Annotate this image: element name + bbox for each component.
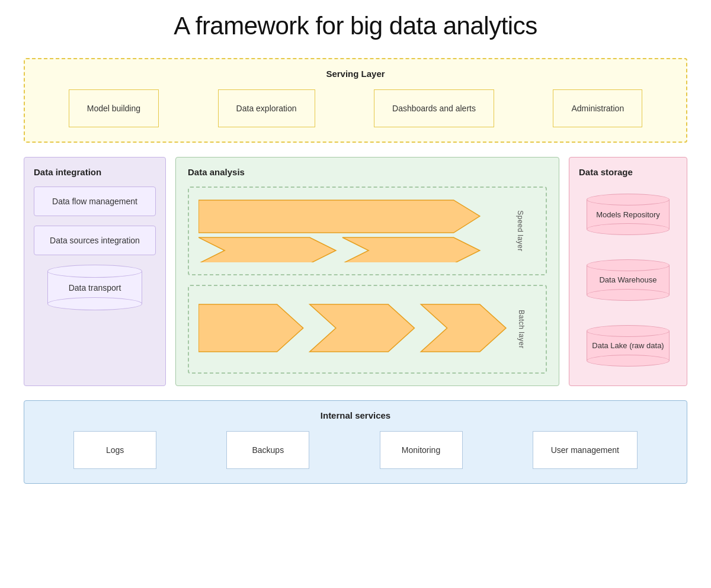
middle-row: Data integration Data flow management Da… (24, 157, 687, 386)
internal-services-title: Internal services (39, 410, 672, 420)
integration-box-flow: Data flow management (34, 187, 156, 216)
svg-marker-2 (342, 237, 480, 262)
service-box-monitoring: Monitoring (380, 431, 463, 469)
data-storage: Data storage Models Repository Data Ware… (569, 157, 687, 386)
speed-layer-arrows (198, 197, 536, 265)
serving-box-model-building: Model building (69, 89, 159, 127)
db-bottom-3 (587, 355, 670, 367)
data-integration: Data integration Data flow management Da… (24, 157, 166, 386)
storage-items: Models Repository Data Warehouse Data La… (579, 187, 677, 374)
speed-layer-label: Speed layer (516, 210, 524, 252)
data-analysis: Data analysis Speed layer (175, 157, 559, 386)
speed-layer-svg (198, 197, 513, 262)
db-top-3 (587, 325, 670, 337)
data-integration-title: Data integration (34, 167, 156, 177)
service-box-logs: Logs (73, 431, 156, 469)
serving-layer-title: Serving Layer (39, 69, 672, 79)
serving-box-data-exploration: Data exploration (218, 89, 315, 127)
serving-items: Model building Data exploration Dashboar… (39, 89, 672, 127)
batch-layer-svg (198, 295, 513, 361)
services-items: Logs Backups Monitoring User management (39, 431, 672, 469)
storage-data-lake: Data Lake (raw data) (581, 325, 675, 367)
service-box-backups: Backups (226, 431, 309, 469)
svg-marker-0 (198, 200, 480, 233)
serving-layer: Serving Layer Model building Data explor… (24, 58, 687, 143)
cyl-bottom (47, 297, 142, 310)
integration-cylinder-transport: Data transport (34, 265, 156, 310)
batch-layer-box: Batch layer (188, 285, 547, 374)
svg-marker-5 (421, 304, 506, 352)
data-analysis-title: Data analysis (188, 167, 547, 177)
serving-box-dashboards: Dashboards and alerts (374, 89, 494, 127)
storage-models-repo: Models Repository (581, 194, 675, 235)
cyl-top (47, 265, 142, 278)
integration-box-sources: Data sources integration (34, 226, 156, 255)
svg-marker-1 (198, 237, 336, 262)
svg-marker-4 (310, 304, 415, 352)
integration-items: Data flow management Data sources integr… (34, 187, 156, 310)
speed-layer-box: Speed layer (188, 187, 547, 275)
service-box-user-management: User management (533, 431, 638, 469)
svg-marker-3 (198, 304, 303, 352)
data-storage-title: Data storage (579, 167, 677, 177)
db-bottom-2 (587, 289, 670, 301)
internal-services: Internal services Logs Backups Monitorin… (24, 400, 687, 484)
batch-layer-label: Batch layer (517, 310, 526, 349)
db-top-2 (587, 259, 670, 271)
analysis-inner: Speed layer Batch layer (188, 187, 547, 374)
page-title: A framework for big data analytics (12, 12, 699, 40)
batch-layer-arrows (198, 295, 536, 363)
main-container: Serving Layer Model building Data explor… (12, 58, 699, 484)
db-bottom-1 (587, 223, 670, 235)
storage-data-warehouse: Data Warehouse (581, 259, 675, 301)
serving-box-administration: Administration (553, 89, 642, 127)
